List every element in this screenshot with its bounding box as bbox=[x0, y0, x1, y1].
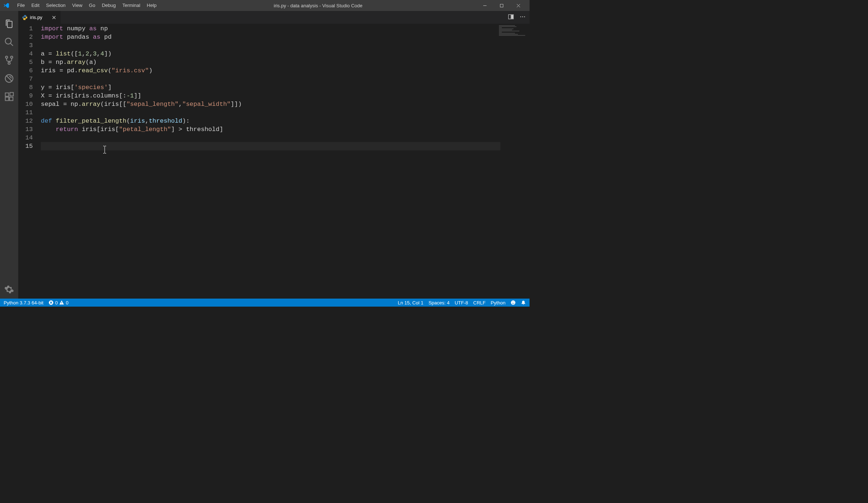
editor-actions bbox=[508, 11, 530, 24]
status-notifications-icon[interactable] bbox=[521, 300, 526, 305]
svg-point-4 bbox=[8, 62, 10, 64]
svg-point-18 bbox=[514, 302, 514, 302]
split-editor-icon[interactable] bbox=[508, 14, 514, 22]
vscode-logo-icon bbox=[3, 2, 9, 9]
status-eol[interactable]: CRLF bbox=[473, 300, 486, 306]
editor-area: iris.py 1 2 3 4 5 bbox=[18, 11, 530, 299]
svg-point-1 bbox=[5, 38, 11, 44]
explorer-icon[interactable] bbox=[0, 15, 18, 33]
svg-rect-6 bbox=[5, 93, 9, 96]
svg-rect-7 bbox=[5, 97, 9, 100]
more-actions-icon[interactable] bbox=[519, 14, 526, 22]
editor-body[interactable]: 1 2 3 4 5 6 7 8 9 10 11 12 13 14 15 impo… bbox=[18, 24, 530, 299]
status-bar: Python 3.7.3 64-bit 0 0 Ln 15, Col 1 Spa… bbox=[0, 299, 530, 307]
search-icon[interactable] bbox=[0, 33, 18, 51]
close-button[interactable] bbox=[510, 0, 527, 11]
line-gutter: 1 2 3 4 5 6 7 8 9 10 11 12 13 14 15 bbox=[18, 24, 41, 299]
svg-point-14 bbox=[524, 16, 525, 17]
status-indentation[interactable]: Spaces: 4 bbox=[429, 300, 450, 306]
tab-label: iris.py bbox=[30, 15, 42, 20]
menu-selection[interactable]: Selection bbox=[43, 0, 69, 11]
maximize-button[interactable] bbox=[493, 0, 510, 11]
menu-file[interactable]: File bbox=[14, 0, 28, 11]
menu-view[interactable]: View bbox=[69, 0, 86, 11]
minimize-button[interactable] bbox=[476, 0, 493, 11]
status-encoding[interactable]: UTF-8 bbox=[455, 300, 468, 306]
menu-edit[interactable]: Edit bbox=[28, 0, 43, 11]
title-bar: File Edit Selection View Go Debug Termin… bbox=[0, 0, 530, 11]
debug-icon[interactable] bbox=[0, 69, 18, 88]
tab-close-icon[interactable] bbox=[51, 15, 57, 20]
status-problems[interactable]: 0 0 bbox=[49, 300, 68, 306]
menu-terminal[interactable]: Terminal bbox=[119, 0, 143, 11]
status-feedback-icon[interactable] bbox=[511, 300, 516, 305]
python-file-icon bbox=[22, 15, 28, 20]
window-controls bbox=[476, 0, 527, 11]
svg-rect-9 bbox=[10, 92, 13, 96]
main-area: iris.py 1 2 3 4 5 bbox=[0, 11, 530, 299]
extensions-icon[interactable] bbox=[0, 88, 18, 106]
svg-rect-0 bbox=[500, 4, 503, 7]
activity-bar bbox=[0, 11, 18, 299]
status-language-mode[interactable]: Python bbox=[491, 300, 505, 306]
tab-iris-py[interactable]: iris.py bbox=[18, 11, 61, 24]
svg-rect-11 bbox=[511, 15, 513, 19]
menu-go[interactable]: Go bbox=[86, 0, 98, 11]
svg-point-16 bbox=[511, 300, 515, 305]
status-cursor-position[interactable]: Ln 15, Col 1 bbox=[398, 300, 423, 306]
menu-help[interactable]: Help bbox=[144, 0, 160, 11]
smiley-icon bbox=[511, 300, 516, 305]
svg-rect-8 bbox=[9, 97, 13, 100]
menu-debug[interactable]: Debug bbox=[98, 0, 119, 11]
warning-icon bbox=[59, 300, 64, 305]
error-icon bbox=[49, 300, 54, 305]
bell-icon bbox=[521, 300, 526, 305]
svg-point-12 bbox=[520, 16, 521, 17]
svg-point-2 bbox=[5, 56, 8, 58]
tabs-row: iris.py bbox=[18, 11, 530, 24]
settings-gear-icon[interactable] bbox=[0, 280, 18, 299]
svg-point-17 bbox=[512, 302, 513, 302]
code-content[interactable]: import numpy as np import pandas as pd a… bbox=[41, 24, 530, 299]
status-python-interpreter[interactable]: Python 3.7.3 64-bit bbox=[4, 300, 43, 306]
source-control-icon[interactable] bbox=[0, 51, 18, 69]
window-title: iris.py - data analysis - Visual Studio … bbox=[160, 3, 476, 8]
svg-point-13 bbox=[522, 16, 523, 17]
svg-point-3 bbox=[11, 56, 13, 58]
menu-bar: File Edit Selection View Go Debug Termin… bbox=[14, 0, 160, 11]
